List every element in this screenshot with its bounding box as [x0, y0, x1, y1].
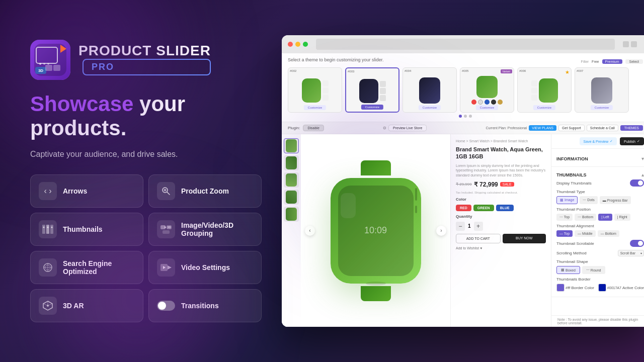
publish-icon: ✓	[637, 139, 640, 143]
theme-watch-005	[460, 74, 514, 107]
thumb-2[interactable]	[284, 155, 299, 170]
video-settings-feature-btn[interactable]: Video Settings	[148, 251, 262, 284]
theme-dot-2[interactable]	[464, 115, 467, 118]
view-plans-btn[interactable]: VIEW PLANS	[529, 125, 556, 131]
svg-point-20	[51, 227, 53, 228]
theme-card-007[interactable]: #007 Customize	[575, 67, 629, 113]
save-preview-icon: ✓	[610, 139, 613, 143]
customize-btn-004[interactable]: Customize	[419, 105, 441, 110]
browser-url-bar[interactable]	[316, 39, 615, 50]
customize-btn-007[interactable]: Customize	[591, 105, 613, 110]
customize-btn-002[interactable]: Customize	[304, 105, 326, 110]
plugin-bar-left: Plugin: Disable	[288, 125, 324, 131]
save-preview-btn[interactable]: Save & Preview ✓	[580, 137, 617, 145]
support-btn[interactable]: Get Support	[558, 125, 585, 131]
active-color-swatch[interactable]	[598, 284, 606, 292]
product-main: ‹ 10:09	[301, 134, 450, 327]
theme-id-007: #007	[577, 69, 583, 72]
browser-dot-yellow[interactable]	[295, 42, 300, 47]
pos-left-btn[interactable]: | Left	[598, 214, 612, 221]
schedule-btn[interactable]: Schedule a Call	[587, 125, 618, 131]
align-middle-btn[interactable]: — Middle	[575, 230, 596, 237]
border-color-swatch[interactable]	[556, 284, 565, 292]
tax-note: Tax Included. Shipping calculated at che…	[456, 191, 546, 194]
theme-card-006[interactable]: #006 ★	[517, 67, 572, 113]
type-image-btn[interactable]: ▦ Image	[556, 196, 578, 204]
color-blue-btn[interactable]: BLUE	[496, 205, 514, 211]
thumbnail-alignment-options: — Top — Middle — Bottom	[556, 230, 644, 237]
browser-dot-green[interactable]	[303, 42, 308, 47]
scrolling-method-row: Scrolling Method Scroll Bar ▾	[556, 250, 644, 256]
add-to-cart-btn[interactable]: ADD TO CART	[456, 234, 501, 243]
thumbnail-type-label: Thumbnail Type	[556, 190, 644, 194]
display-thumbnails-toggle[interactable]	[630, 179, 644, 187]
theme-dot-1[interactable]	[459, 115, 462, 118]
publish-btn[interactable]: Publish ✓	[620, 137, 644, 145]
premium-label[interactable]: Premium	[602, 59, 622, 64]
customize-btn-003[interactable]: Customize	[361, 105, 383, 110]
thumb-3[interactable]	[284, 172, 299, 188]
nav-arrow-right[interactable]: ›	[436, 226, 446, 236]
information-header[interactable]: INFORMATION ▾	[556, 154, 644, 163]
theme-grid: #002	[288, 67, 643, 113]
buy-now-btn[interactable]: BUY NOW	[503, 234, 546, 243]
plugin-bar-center: ⊙ Preview Live Store	[383, 125, 427, 131]
transitions-feature-btn[interactable]: Transitions	[148, 289, 262, 322]
color-red-btn[interactable]: RED	[456, 205, 471, 211]
thumbnails-feature-btn[interactable]: Thumbnails	[30, 213, 143, 246]
video-settings-label: Video Settings	[181, 263, 230, 272]
thumb-4[interactable]	[284, 190, 299, 205]
select-label[interactable]: Select	[625, 59, 643, 64]
theme-selector-bar: Select a theme to begin customizing your…	[282, 53, 644, 122]
browser-dot-red[interactable]	[288, 42, 293, 47]
plugin-bar-right: Current Plan: Professional VIEW PLANS Ge…	[486, 125, 643, 131]
thumb-1[interactable]	[284, 138, 299, 153]
grouping-feature-btn[interactable]: 3D Image/Video/3D Grouping	[148, 213, 262, 246]
thumbnail-shape-label: Thumbnail Shape	[556, 259, 644, 264]
disable-btn[interactable]: Disable	[303, 125, 324, 131]
type-progress-btn[interactable]: ▬ Progress Bar	[600, 196, 631, 204]
product-zoom-feature-btn[interactable]: Product Zoom	[148, 174, 262, 208]
svg-point-18	[43, 227, 45, 228]
thumb-5[interactable]	[284, 207, 299, 222]
pos-top-btn[interactable]: ⋯ Top	[556, 214, 573, 221]
browser-controls	[623, 41, 643, 47]
qty-plus-btn[interactable]: +	[474, 222, 483, 231]
nav-arrow-left[interactable]: ‹	[305, 226, 315, 236]
preview-live-btn[interactable]: Preview Live Store	[388, 125, 427, 131]
pos-right-btn[interactable]: | Right	[614, 214, 630, 221]
thumbnail-scrollable-toggle[interactable]	[630, 240, 644, 247]
shape-round-btn[interactable]: ⋯ Round	[582, 266, 605, 274]
arrows-feature-btn[interactable]: ‹ › Arrows	[30, 174, 143, 208]
qty-minus-btn[interactable]: −	[456, 222, 465, 231]
video-icon	[157, 258, 175, 277]
themes-btn[interactable]: THEMES	[620, 125, 643, 131]
customize-btn-006[interactable]: Customize	[533, 105, 555, 110]
theme-card-004[interactable]: #004 Customize	[403, 67, 457, 113]
3dar-feature-btn[interactable]: 3D AR	[30, 289, 143, 322]
pos-bottom-btn[interactable]: ⋯ Bottom	[575, 214, 596, 221]
scrolling-method-select[interactable]: Scroll Bar ▾	[618, 250, 644, 256]
theme-card-003[interactable]: #003	[345, 67, 399, 113]
theme-dot-3[interactable]	[469, 115, 472, 118]
thumbnails-header[interactable]: THUMBNAILS ▴	[556, 170, 644, 179]
transitions-toggle[interactable]	[157, 301, 175, 311]
seo-feature-btn[interactable]: Search Engine Optimized	[30, 251, 143, 284]
zoom-icon	[157, 182, 175, 200]
svg-point-8	[39, 63, 41, 65]
align-top-btn[interactable]: — Top	[556, 230, 573, 237]
customize-btn-005[interactable]: Customize	[476, 105, 498, 110]
color-green-btn[interactable]: GREEN	[473, 205, 494, 211]
theme-card-002[interactable]: #002	[288, 67, 342, 113]
theme-id-003: #003	[348, 70, 354, 73]
shape-boxed-btn[interactable]: ▦ Boxed	[556, 266, 580, 274]
qty-value: 1	[468, 223, 471, 229]
logo-svg: 3D	[30, 40, 70, 80]
theme-card-005[interactable]: #005 Variant	[460, 67, 514, 113]
theme-watch-006	[518, 74, 571, 107]
browser-control-2[interactable]	[631, 41, 637, 47]
align-bottom-btn[interactable]: — Bottom	[598, 230, 619, 237]
browser-control-1[interactable]	[623, 41, 629, 47]
type-dots-btn[interactable]: ⋯ Dots	[580, 196, 597, 204]
wishlist-row[interactable]: Add to Wishlist ♥	[456, 246, 546, 250]
